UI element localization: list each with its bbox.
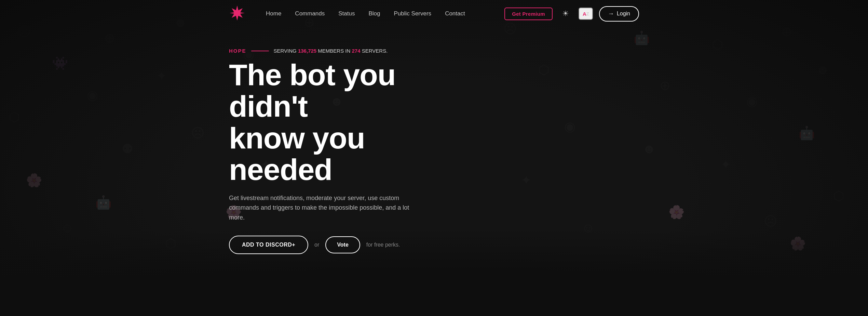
lang-icon-z: Z [586,11,589,16]
hero-title-line1: The bot you didn't [229,58,396,123]
members-count: 136,725 [298,48,316,54]
hero-badge: HOPE SERVING 136,725 MEMBERS IN 274 SERV… [229,48,388,54]
nav-link-blog[interactable]: Blog [368,10,380,17]
theme-toggle-button[interactable]: ☀ [559,7,572,21]
login-arrow-icon: → [608,10,614,17]
members-label: MEMBERS IN [318,48,350,54]
hero-subtitle: Get livestream notifications, moderate y… [229,193,413,223]
login-button[interactable]: → Login [599,6,639,22]
nav-item-blog[interactable]: Blog [368,10,380,17]
nav-link-home[interactable]: Home [266,10,281,17]
or-text: or [314,242,319,248]
nav-item-home[interactable]: Home [266,10,281,17]
nav-item-public-servers[interactable]: Public Servers [394,10,432,17]
nav-link-public-servers[interactable]: Public Servers [394,10,432,17]
login-label: Login [617,11,630,17]
servers-label: SERVERS. [362,48,388,54]
hero-title-line2: know you needed [229,121,365,186]
servers-count: 274 [352,48,361,54]
premium-button[interactable]: Get Premium [504,8,553,20]
lang-icon-a: A [583,11,586,17]
nav-link-contact[interactable]: Contact [445,10,465,17]
serving-text: SERVING [274,48,297,54]
nav-item-contact[interactable]: Contact [445,10,465,17]
badge-stats: SERVING 136,725 MEMBERS IN 274 SERVERS. [274,48,388,54]
nav-logo-link[interactable] [229,5,266,23]
navbar: Home Commands Status Blog Public Servers… [0,0,868,27]
badge-label: HOPE [229,48,246,54]
nav-left: Home Commands Status Blog Public Servers… [229,5,465,23]
add-discord-button[interactable]: ADD TO DISCORD+ [229,236,308,254]
nav-link-commands[interactable]: Commands [295,10,325,17]
nav-item-commands[interactable]: Commands [295,10,325,17]
nav-right: Get Premium ☀ A Z → Login [504,6,639,22]
hero-section: HOPE SERVING 136,725 MEMBERS IN 274 SERV… [0,27,868,254]
hero-actions: ADD TO DISCORD+ or Vote for free perks. [229,236,400,254]
hero-title: The bot you didn't know you needed [229,59,468,186]
free-perks-text: for free perks. [366,242,400,248]
sun-icon: ☀ [562,9,569,18]
logo-icon [229,5,245,21]
badge-line [251,51,269,51]
nav-item-status[interactable]: Status [338,10,355,17]
vote-button[interactable]: Vote [325,236,360,253]
nav-link-status[interactable]: Status [338,10,355,17]
language-button[interactable]: A Z [579,8,593,20]
nav-links: Home Commands Status Blog Public Servers… [266,10,465,17]
